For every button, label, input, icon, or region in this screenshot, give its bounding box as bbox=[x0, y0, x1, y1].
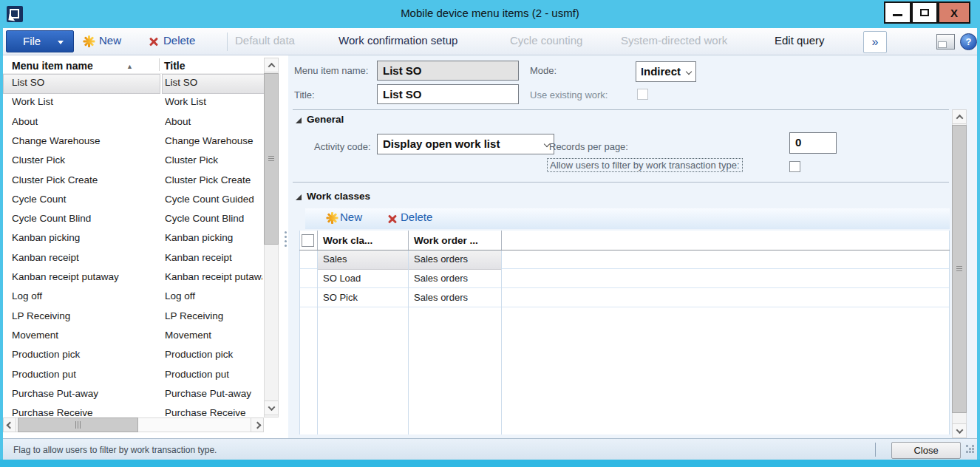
titlebar[interactable]: Mobile device menu items (2 - usmf) X bbox=[0, 0, 980, 28]
left-scroll-left-button[interactable] bbox=[3, 417, 16, 432]
delete-button[interactable]: Delete bbox=[163, 34, 195, 47]
maximize-icon bbox=[920, 9, 929, 16]
activity-code-dropdown[interactable]: Display open work list bbox=[377, 134, 554, 154]
work-class-row[interactable]: SalesSales orders bbox=[299, 250, 950, 269]
menu-item-row[interactable]: Production putProduction put bbox=[3, 366, 264, 385]
grid-header-line bbox=[317, 231, 318, 250]
edit-query-button[interactable]: Edit query bbox=[775, 34, 825, 47]
work-classes-section-header[interactable]: Work classes bbox=[307, 191, 370, 202]
left-hscroll-thumb[interactable] bbox=[18, 417, 138, 432]
chevron-down-icon bbox=[686, 69, 692, 75]
general-section-header[interactable]: General bbox=[307, 114, 344, 125]
menu-item-title-cell: Movement bbox=[165, 330, 262, 341]
menu-item-name-cell: Purchase Put-away bbox=[12, 388, 157, 399]
status-bar: Flag to allow users to filter by work tr… bbox=[3, 438, 977, 460]
file-menu-label: File bbox=[23, 35, 41, 47]
grid-header-line bbox=[501, 231, 502, 250]
panel-splitter[interactable] bbox=[283, 55, 288, 432]
resize-grip-icon[interactable] bbox=[966, 445, 968, 447]
menu-item-row[interactable]: Cycle CountCycle Count Guided bbox=[3, 191, 264, 210]
chevron-up-icon bbox=[268, 62, 275, 69]
allow-filter-label: Allow users to filter by work transactio… bbox=[547, 158, 743, 172]
right-scroll-up-button[interactable] bbox=[952, 109, 967, 124]
menu-item-row[interactable]: LP ReceivingLP Receiving bbox=[3, 307, 264, 327]
delete-x-icon bbox=[387, 214, 398, 224]
menu-item-row[interactable]: Cluster PickCluster Pick bbox=[3, 151, 264, 171]
menu-item-title-cell: LP Receiving bbox=[165, 310, 262, 321]
work-class-new-button[interactable]: New bbox=[340, 211, 362, 223]
mode-dropdown[interactable]: Indirect bbox=[636, 61, 696, 82]
close-window-button[interactable]: X bbox=[938, 1, 970, 24]
menu-item-name-cell: List SO bbox=[12, 77, 157, 88]
menu-item-row[interactable]: Log offLog off bbox=[3, 287, 264, 307]
work-confirmation-setup-button[interactable]: Work confirmation setup bbox=[338, 34, 457, 47]
menu-item-name-cell: LP Receiving bbox=[12, 310, 157, 321]
work-order-cell: Sales orders bbox=[414, 292, 468, 303]
allow-filter-checkbox[interactable] bbox=[789, 161, 800, 172]
grid-border bbox=[299, 231, 300, 434]
menu-item-row[interactable]: MovementMovement bbox=[3, 327, 264, 346]
menu-item-row[interactable]: Kanban receiptKanban receipt bbox=[3, 249, 264, 268]
menu-item-list: Menu item name ▲ Title List SOList SOWor… bbox=[3, 55, 283, 432]
column-header-work-class[interactable]: Work cla... bbox=[323, 235, 372, 246]
records-per-page-field[interactable]: 0 bbox=[789, 132, 837, 154]
work-order-cell: Sales orders bbox=[414, 253, 468, 265]
column-divider bbox=[159, 58, 160, 71]
minimize-icon bbox=[893, 14, 902, 16]
new-button[interactable]: New bbox=[99, 34, 121, 47]
layout-panel-icon[interactable] bbox=[936, 34, 955, 50]
work-class-row[interactable]: SO PickSales orders bbox=[299, 288, 950, 307]
menu-item-title-cell: Purchase Receive bbox=[165, 407, 262, 418]
file-menu-button[interactable]: File bbox=[6, 30, 74, 52]
menu-item-row[interactable]: Change WarehouseChange Warehouse bbox=[3, 132, 264, 151]
menu-item-row[interactable]: List SOList SO bbox=[3, 74, 264, 93]
maximize-button[interactable] bbox=[911, 1, 938, 24]
records-per-page-label: Records per page: bbox=[549, 141, 628, 152]
default-data-button: Default data bbox=[235, 34, 295, 47]
left-scroll-right-button[interactable] bbox=[251, 417, 264, 432]
menu-item-row[interactable]: AboutAbout bbox=[3, 113, 264, 132]
column-header-menu-item-name[interactable]: Menu item name bbox=[12, 60, 93, 72]
chevron-right-icon bbox=[253, 421, 261, 429]
work-class-delete-button[interactable]: Delete bbox=[401, 211, 432, 223]
menu-item-name-cell: Cluster Pick Create bbox=[12, 174, 157, 185]
menu-item-title-cell: Production put bbox=[165, 369, 262, 380]
status-message: Flag to allow users to filter by work tr… bbox=[13, 445, 217, 455]
menu-item-title-cell: Kanban picking bbox=[165, 232, 262, 243]
chevron-down-icon bbox=[58, 41, 64, 44]
select-all-checkbox[interactable] bbox=[302, 234, 314, 247]
section-separator bbox=[293, 182, 949, 183]
left-vscroll-thumb[interactable] bbox=[264, 73, 279, 245]
grid-column-line bbox=[408, 231, 409, 434]
menu-item-title-cell: Log off bbox=[165, 290, 262, 301]
splitter-grip-icon bbox=[285, 231, 287, 234]
menu-item-title-cell: Production pick bbox=[165, 349, 262, 360]
menu-item-row[interactable]: Purchase Put-awayPurchase Put-away bbox=[3, 385, 264, 404]
work-class-cell: SO Load bbox=[323, 273, 361, 284]
menu-item-row[interactable]: Cycle Count BlindCycle Count Blind bbox=[3, 210, 264, 229]
toolbar-overflow-button[interactable]: » bbox=[863, 31, 887, 53]
delete-x-icon bbox=[149, 36, 159, 47]
minimize-button[interactable] bbox=[884, 1, 911, 24]
column-header-work-order[interactable]: Work order ... bbox=[414, 235, 478, 246]
menu-item-row[interactable]: Kanban receipt putawayKanban receipt put… bbox=[3, 268, 264, 287]
chevron-left-icon bbox=[6, 421, 13, 429]
menu-item-row[interactable]: Work ListWork List bbox=[3, 93, 264, 112]
menu-item-row[interactable]: Kanban pickingKanban picking bbox=[3, 229, 264, 248]
work-class-row[interactable]: SO LoadSales orders bbox=[299, 269, 950, 288]
menu-item-title-cell: Purchase Put-away bbox=[165, 388, 262, 399]
column-header-title[interactable]: Title bbox=[164, 60, 186, 72]
right-scroll-down-button[interactable] bbox=[952, 423, 967, 438]
new-star-icon bbox=[83, 35, 95, 47]
title-field[interactable]: List SO bbox=[377, 84, 519, 104]
window-title: Mobile device menu items (2 - usmf) bbox=[0, 7, 980, 19]
menu-item-title-cell: Change Warehouse bbox=[165, 135, 262, 146]
section-separator bbox=[293, 109, 949, 110]
left-scroll-up-button[interactable] bbox=[264, 58, 279, 72]
close-button[interactable]: Close bbox=[891, 442, 961, 459]
menu-item-row[interactable]: Cluster Pick CreateCluster Pick Create bbox=[3, 171, 264, 191]
menu-item-row[interactable]: Production pickProduction pick bbox=[3, 346, 264, 365]
right-vscroll-thumb[interactable] bbox=[952, 125, 967, 413]
left-scroll-down-button[interactable] bbox=[264, 400, 279, 415]
help-icon[interactable]: ? bbox=[960, 33, 977, 50]
